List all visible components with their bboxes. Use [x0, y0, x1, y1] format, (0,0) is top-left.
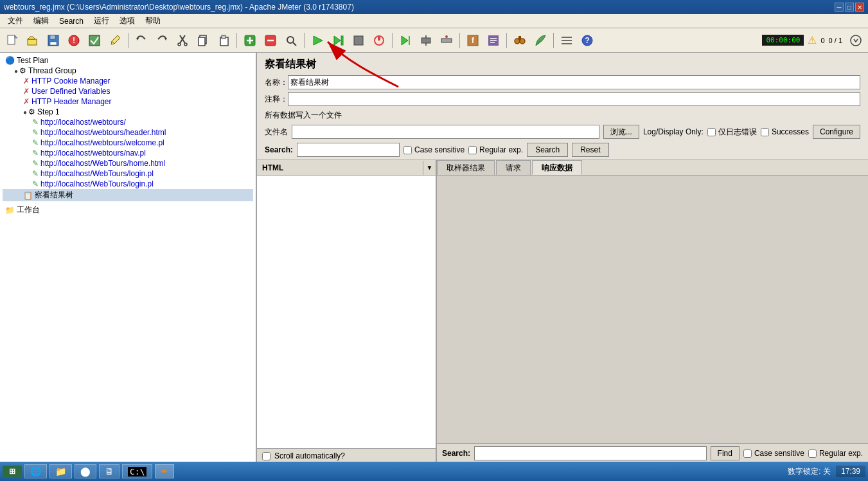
tree-item-req2[interactable]: ✎ http://localhost/webtours/header.html — [3, 127, 253, 138]
regular-exp-label: Regular exp. — [479, 145, 523, 154]
menu-help[interactable]: 帮助 — [140, 14, 166, 28]
tree-item-resulttree[interactable]: 📋 察看结果树 — [3, 189, 253, 201]
search-row: Search: Case sensitive Regular exp. Sear… — [257, 140, 868, 160]
toolbar-edit-button[interactable] — [105, 31, 125, 50]
toolbar-search-button[interactable] — [510, 31, 529, 50]
title-bar: webtours_reg.jmx (C:\Users\Administrator… — [0, 0, 868, 14]
toolbar-error-button[interactable]: ! — [64, 31, 84, 50]
toolbar-save-button[interactable] — [44, 31, 63, 50]
tab-sampler-result[interactable]: 取样器结果 — [437, 160, 495, 175]
tree-item-req1[interactable]: ✎ http://localhost/webtours/ — [3, 117, 253, 127]
configure-button[interactable]: Configure — [813, 125, 860, 139]
vars-label: User Defined Variables — [31, 87, 111, 96]
search-input[interactable] — [297, 143, 400, 157]
taskbar-start-button[interactable]: ⊞ — [3, 466, 22, 477]
tab-request[interactable]: 请求 — [496, 160, 531, 175]
toolbar-redo-button[interactable] — [152, 31, 172, 50]
case-sensitive-checkbox[interactable] — [403, 146, 412, 154]
warning-count: 0 — [820, 37, 824, 44]
toolbar-shutdown-button[interactable] — [369, 31, 389, 50]
toolbar-start-button[interactable] — [308, 31, 327, 50]
toolbar-remote-start-button[interactable] — [396, 31, 415, 50]
toolbar-browse-button[interactable] — [281, 31, 301, 50]
toolbar-remove-button[interactable] — [261, 31, 280, 50]
toolbar-cut-button[interactable] — [173, 31, 192, 50]
toolbar-function-button[interactable]: f — [463, 31, 483, 50]
find-button[interactable]: Find — [711, 446, 740, 460]
toolbar-remote-stop-button[interactable] — [416, 31, 436, 50]
svg-rect-21 — [222, 35, 226, 39]
taskbar-jmeter-button[interactable]: ✒ — [155, 464, 174, 478]
toolbar-feather-button[interactable] — [531, 31, 550, 50]
log-error-checkbox[interactable] — [707, 128, 716, 136]
taskbar-chrome-button[interactable]: ⬤ — [75, 464, 96, 478]
toolbar-right: 00:00:00 ⚠ 0 0 / 1 — [762, 31, 865, 50]
tree-item-step1[interactable]: ● ⚙ Step 1 — [3, 107, 253, 117]
tree-item-workbench[interactable]: 📁 工作台 — [3, 204, 253, 216]
taskbar-status-text: 数字锁定: 关 — [788, 466, 831, 477]
tree-item-req3[interactable]: ✎ http://localhost/webtours/welcome.pl — [3, 138, 253, 148]
case-sensitive-label: Case sensitive — [414, 145, 465, 154]
regular-exp-checkbox[interactable] — [468, 146, 477, 154]
successes-checkbox[interactable] — [761, 128, 769, 136]
tab-response-data[interactable]: 响应数据 — [532, 160, 582, 175]
menu-search[interactable]: Search — [54, 15, 89, 27]
toolbar-start-no-pause-button[interactable] — [328, 31, 348, 50]
minimize-button[interactable]: ─ — [835, 3, 844, 12]
menu-file[interactable]: 文件 — [3, 14, 28, 28]
toolbar-list-button[interactable] — [557, 31, 576, 50]
req5-label: http://localhost/WebTours/home.html — [40, 159, 165, 168]
toolbar-stop-button[interactable] — [349, 31, 368, 50]
svg-rect-31 — [341, 36, 343, 45]
tree-item-req6[interactable]: ✎ http://localhost/WebTours/login.pl — [3, 168, 253, 179]
toolbar-new-button[interactable] — [3, 31, 22, 50]
toolbar-save2-button[interactable] — [85, 31, 104, 50]
req7-label: http://localhost/WebTours/login.pl — [40, 179, 154, 188]
tree-item-req7[interactable]: ✎ http://localhost/WebTours/login.pl — [3, 179, 253, 189]
toolbar-remote-shutdown-button[interactable] — [437, 31, 456, 50]
maximize-button[interactable]: □ — [845, 3, 854, 12]
detail-regex-checkbox[interactable] — [808, 449, 817, 458]
toolbar-add-button[interactable] — [240, 31, 260, 50]
list-body[interactable] — [257, 176, 436, 448]
toolbar-sep-1 — [128, 33, 128, 48]
detail-case-group: Case sensitive — [743, 449, 804, 458]
scroll-checkbox[interactable] — [262, 452, 270, 460]
menu-run[interactable]: 运行 — [89, 14, 114, 28]
svg-rect-7 — [50, 42, 57, 45]
detail-case-checkbox[interactable] — [743, 449, 752, 458]
file-row: 文件名 浏览... Log/Display Only: 仅日志错误 Succes… — [257, 123, 868, 140]
tree-item-threadgroup[interactable]: ● ⚙ Thread Group — [3, 66, 253, 76]
toolbar-open-button[interactable] — [23, 31, 42, 50]
taskbar-explorer-button[interactable]: 📁 — [49, 464, 72, 478]
close-button[interactable]: ✕ — [855, 3, 864, 12]
menu-options[interactable]: 选项 — [114, 14, 140, 28]
toolbar-copy-button[interactable] — [193, 31, 213, 50]
taskbar-admin-button[interactable]: 🖥 — [99, 464, 120, 478]
file-input[interactable] — [292, 125, 599, 139]
search-button[interactable]: Search — [527, 143, 568, 157]
toolbar-paste-button[interactable] — [214, 31, 233, 50]
list-dropdown-button[interactable]: ▼ — [423, 161, 436, 175]
req6-label: http://localhost/WebTours/login.pl — [40, 169, 154, 178]
tree-item-header[interactable]: ✗ HTTP Header Manager — [3, 96, 253, 107]
toolbar-help-button[interactable]: ? — [578, 31, 597, 50]
tree-item-cookie[interactable]: ✗ HTTP Cookie Manager — [3, 76, 253, 86]
tree-item-testplan[interactable]: 🔵 Test Plan — [3, 55, 253, 66]
comment-input[interactable] — [288, 92, 860, 106]
toolbar-arrow-button[interactable] — [846, 31, 865, 50]
tree-item-req5[interactable]: ✎ http://localhost/WebTours/home.html — [3, 158, 253, 168]
detail-search-input[interactable] — [474, 446, 707, 460]
resulttree-icon: 📋 — [23, 191, 33, 200]
reset-button[interactable]: Reset — [572, 143, 608, 157]
chrome-icon: ⬤ — [80, 466, 91, 476]
taskbar-terminal-button[interactable]: C:\ — [122, 464, 152, 478]
name-input[interactable] — [288, 75, 860, 89]
taskbar-ie-button[interactable]: 🌐 — [24, 464, 47, 478]
browse-button[interactable]: 浏览... — [603, 125, 639, 139]
tree-item-req4[interactable]: ✎ http://localhost/webtours/nav.pl — [3, 148, 253, 158]
menu-edit[interactable]: 编辑 — [28, 14, 54, 28]
tree-item-vars[interactable]: ✗ User Defined Variables — [3, 86, 253, 96]
toolbar-undo-button[interactable] — [132, 31, 151, 50]
toolbar-template-button[interactable] — [484, 31, 503, 50]
